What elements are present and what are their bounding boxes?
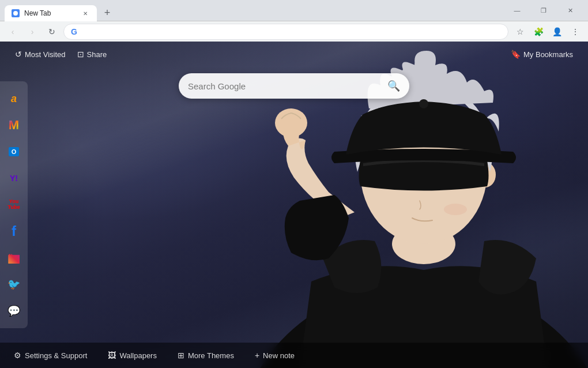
yahoo-icon: Y!: [10, 174, 18, 183]
most-visited-shortcut[interactable]: ↺ Most Visited: [9, 47, 71, 61]
tab-title: New Tab: [24, 9, 76, 17]
shortcuts-bar: ↺ Most Visited ⊡ Share 🔖 My Bookmarks: [0, 47, 588, 61]
gmail-icon: M: [9, 118, 19, 133]
svg-point-6: [444, 204, 467, 215]
share-label: Share: [87, 50, 107, 59]
tab-strip: New Tab ✕ +: [5, 0, 504, 21]
url-bar[interactable]: G: [63, 24, 508, 40]
sidebar-item-instagram[interactable]: 📷: [1, 245, 27, 271]
menu-icon[interactable]: ⋮: [567, 24, 583, 40]
more-themes-button[interactable]: ⊞ More Themes: [173, 348, 239, 362]
sidebar-item-youtube[interactable]: YouTube: [1, 192, 27, 217]
bookmarks-icon: 🔖: [511, 50, 521, 59]
tab-close-button[interactable]: ✕: [81, 9, 90, 18]
tab-favicon: [12, 9, 20, 17]
bookmarks-label: My Bookmarks: [523, 50, 573, 59]
sidebar-item-whatsapp[interactable]: 💬: [1, 298, 27, 324]
new-note-button[interactable]: + New note: [250, 348, 299, 362]
most-visited-icon: ↺: [15, 50, 22, 59]
settings-support-button[interactable]: ⚙ Settings & Support: [9, 348, 92, 362]
chrome-window: New Tab ✕ + — ❐ ✕ ‹ › ↻ G ☆ 🧩 👤 ⋮: [0, 0, 588, 368]
newnote-label: New note: [263, 351, 295, 360]
most-visited-label: Most Visited: [25, 50, 66, 59]
address-icons: ☆ 🧩 👤 ⋮: [512, 24, 583, 40]
profile-icon[interactable]: 👤: [549, 24, 565, 40]
sidebar-item-facebook[interactable]: f: [1, 219, 27, 244]
search-placeholder: Search Google: [188, 81, 382, 91]
search-icon[interactable]: 🔍: [387, 80, 400, 92]
my-bookmarks-shortcut[interactable]: 🔖 My Bookmarks: [505, 47, 579, 61]
address-bar: ‹ › ↻ G ☆ 🧩 👤 ⋮: [0, 21, 588, 42]
themes-icon: ⊞: [178, 351, 184, 360]
minimize-button[interactable]: —: [504, 0, 530, 21]
restore-button[interactable]: ❐: [530, 0, 557, 21]
search-box[interactable]: Search Google 🔍: [179, 73, 409, 99]
active-tab[interactable]: New Tab ✕: [5, 5, 97, 21]
wallpapers-icon: 🖼: [108, 351, 116, 360]
back-button[interactable]: ‹: [5, 24, 21, 40]
sidebar-item-amazon[interactable]: a: [1, 86, 27, 111]
newtab-content: ↺ Most Visited ⊡ Share 🔖 My Bookmarks Se…: [0, 42, 588, 368]
share-shortcut[interactable]: ⊡ Share: [71, 47, 113, 61]
settings-label: Settings & Support: [25, 351, 87, 360]
left-sidebar: a M O Y! YouTube f 📷 🐦: [0, 81, 28, 328]
svg-point-4: [419, 99, 428, 108]
newnote-icon: +: [255, 351, 259, 360]
wallpapers-button[interactable]: 🖼 Wallpapers: [103, 348, 161, 362]
sidebar-item-yahoo[interactable]: Y!: [1, 166, 27, 191]
bookmark-star-icon[interactable]: ☆: [512, 24, 528, 40]
window-controls: — ❐ ✕: [504, 0, 583, 21]
extensions-icon[interactable]: 🧩: [530, 24, 546, 40]
youtube-icon: YouTube: [8, 199, 20, 211]
instagram-icon: 📷: [7, 251, 20, 264]
themes-label: More Themes: [188, 351, 234, 360]
share-icon: ⊡: [77, 50, 84, 59]
sidebar-item-outlook[interactable]: O: [1, 139, 27, 164]
settings-icon: ⚙: [14, 351, 21, 360]
bottom-bar: ⚙ Settings & Support 🖼 Wallpapers ⊞ More…: [0, 343, 588, 368]
amazon-icon: a: [11, 93, 17, 105]
sidebar-item-twitter[interactable]: 🐦: [1, 272, 27, 297]
refresh-button[interactable]: ↻: [44, 24, 60, 40]
new-tab-button[interactable]: +: [99, 5, 115, 21]
facebook-icon: f: [12, 223, 16, 239]
whatsapp-icon: 💬: [7, 305, 20, 317]
google-g-icon: G: [71, 27, 77, 36]
forward-button[interactable]: ›: [24, 24, 40, 40]
sidebar-item-gmail[interactable]: M: [1, 112, 27, 138]
twitter-icon: 🐦: [7, 278, 20, 291]
outlook-icon: O: [9, 147, 20, 156]
title-bar: New Tab ✕ + — ❐ ✕: [0, 0, 588, 21]
wallpapers-label: Wallpapers: [119, 351, 157, 360]
close-button[interactable]: ✕: [557, 0, 583, 21]
search-container: Search Google 🔍: [179, 73, 409, 99]
